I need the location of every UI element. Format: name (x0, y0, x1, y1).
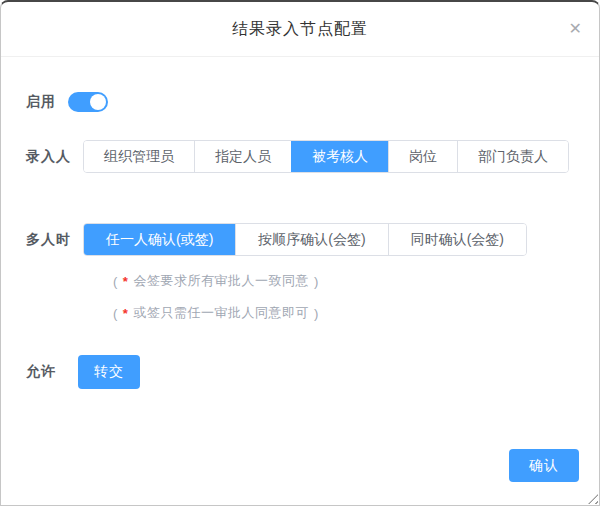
hint-countersign: ( * 会签要求所有审批人一致同意 ) (113, 272, 319, 290)
entry-option-designated-person[interactable]: 指定人员 (194, 141, 291, 172)
multi-option-any-one-confirm[interactable]: 任一人确认(或签) (84, 224, 235, 255)
entry-option-dept-head[interactable]: 部门负责人 (457, 141, 568, 172)
toggle-knob-icon (90, 94, 106, 110)
hint-text: 会签要求所有审批人一致同意 (133, 272, 309, 290)
entry-option-position[interactable]: 岗位 (388, 141, 457, 172)
close-icon[interactable]: ✕ (569, 21, 582, 37)
hint-open-paren: ( (113, 306, 118, 321)
transfer-button[interactable]: 转交 (78, 355, 140, 389)
entry-option-org-admin[interactable]: 组织管理员 (84, 141, 194, 172)
entry-person-label: 录入人 (26, 148, 71, 166)
entry-option-assessee[interactable]: 被考核人 (291, 141, 388, 172)
enable-row: 启用 (26, 82, 108, 122)
hint-text: 或签只需任一审批人同意即可 (133, 304, 309, 322)
multi-person-row: 多人时 任一人确认(或签) 按顺序确认(会签) 同时确认(会签) (26, 223, 527, 256)
entry-person-row: 录入人 组织管理员 指定人员 被考核人 岗位 部门负责人 (26, 140, 569, 173)
enable-toggle[interactable] (68, 92, 108, 112)
hint-close-paren: ) (314, 306, 319, 321)
result-entry-node-config-dialog: 结果录入节点配置 ✕ 启用 录入人 组织管理员 指定人员 被考核人 岗位 部门负… (0, 0, 600, 506)
page-title: 结果录入节点配置 (1, 2, 599, 55)
enable-label: 启用 (26, 93, 56, 111)
hint-open-paren: ( (113, 274, 118, 289)
required-asterisk-icon: * (123, 274, 129, 289)
required-asterisk-icon: * (123, 306, 129, 321)
allow-row: 允许 转交 (26, 355, 140, 389)
multi-option-sequential-confirm[interactable]: 按顺序确认(会签) (235, 224, 387, 255)
confirm-button[interactable]: 确认 (509, 449, 579, 482)
multi-option-simultaneous-confirm[interactable]: 同时确认(会签) (388, 224, 526, 255)
multi-person-group: 任一人确认(或签) 按顺序确认(会签) 同时确认(会签) (83, 223, 527, 256)
multi-person-label: 多人时 (26, 231, 71, 249)
entry-person-group: 组织管理员 指定人员 被考核人 岗位 部门负责人 (83, 140, 569, 173)
dialog-header: 结果录入节点配置 ✕ (1, 2, 599, 57)
hint-orsign: ( * 或签只需任一审批人同意即可 ) (113, 304, 319, 322)
allow-label: 允许 (26, 363, 56, 381)
resize-grip-icon[interactable] (588, 494, 598, 504)
hint-close-paren: ) (314, 274, 319, 289)
